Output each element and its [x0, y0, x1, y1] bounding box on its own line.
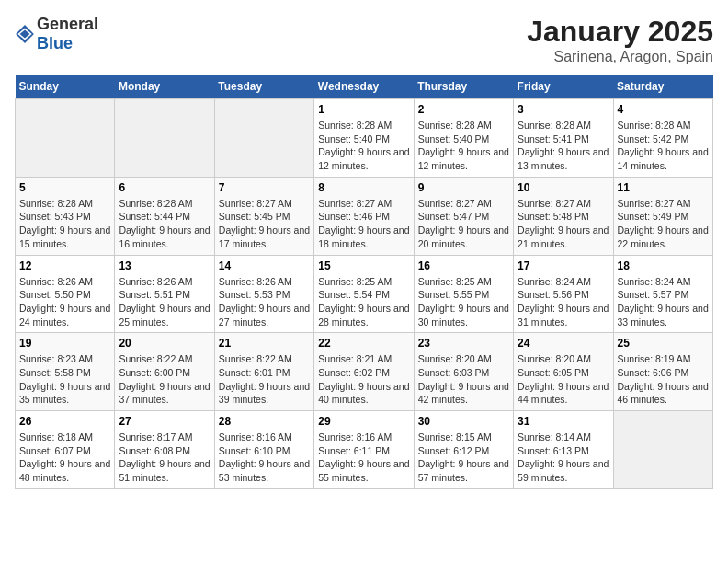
day-number: 22 — [318, 337, 409, 350]
weekday-wednesday: Wednesday — [314, 75, 414, 99]
day-cell: 28Sunrise: 8:16 AMSunset: 6:10 PMDayligh… — [214, 411, 313, 489]
day-cell: 26Sunrise: 8:18 AMSunset: 6:07 PMDayligh… — [16, 411, 115, 489]
day-cell: 16Sunrise: 8:25 AMSunset: 5:55 PMDayligh… — [414, 255, 513, 333]
logo: General Blue — [15, 15, 98, 53]
day-number: 2 — [418, 103, 509, 116]
week-row-5: 26Sunrise: 8:18 AMSunset: 6:07 PMDayligh… — [16, 411, 713, 489]
weekday-monday: Monday — [115, 75, 214, 99]
day-info: Sunrise: 8:28 AMSunset: 5:42 PMDaylight:… — [618, 119, 709, 173]
day-info: Sunrise: 8:19 AMSunset: 6:06 PMDaylight:… — [618, 352, 709, 407]
day-cell: 13Sunrise: 8:26 AMSunset: 5:51 PMDayligh… — [115, 255, 214, 333]
day-number: 10 — [518, 181, 609, 194]
weekday-saturday: Saturday — [613, 75, 712, 99]
day-cell: 11Sunrise: 8:27 AMSunset: 5:49 PMDayligh… — [613, 177, 712, 255]
day-number: 28 — [219, 415, 310, 428]
day-info: Sunrise: 8:22 AMSunset: 6:00 PMDaylight:… — [119, 352, 210, 407]
day-number: 25 — [618, 337, 709, 350]
day-number: 7 — [219, 181, 310, 194]
day-cell: 24Sunrise: 8:20 AMSunset: 6:05 PMDayligh… — [514, 333, 613, 411]
day-info: Sunrise: 8:27 AMSunset: 5:47 PMDaylight:… — [418, 197, 509, 251]
day-number: 9 — [418, 181, 509, 194]
day-info: Sunrise: 8:27 AMSunset: 5:49 PMDaylight:… — [618, 197, 709, 251]
day-cell: 8Sunrise: 8:27 AMSunset: 5:46 PMDaylight… — [314, 177, 414, 255]
calendar-table: SundayMondayTuesdayWednesdayThursdayFrid… — [15, 75, 713, 489]
day-info: Sunrise: 8:20 AMSunset: 6:05 PMDaylight:… — [518, 352, 609, 407]
logo-blue: Blue — [37, 34, 73, 52]
weekday-friday: Friday — [514, 75, 613, 99]
day-number: 15 — [318, 259, 409, 272]
day-cell: 25Sunrise: 8:19 AMSunset: 6:06 PMDayligh… — [613, 333, 712, 411]
day-cell: 5Sunrise: 8:28 AMSunset: 5:43 PMDaylight… — [16, 177, 115, 255]
day-cell: 9Sunrise: 8:27 AMSunset: 5:47 PMDaylight… — [414, 177, 513, 255]
day-cell: 17Sunrise: 8:24 AMSunset: 5:56 PMDayligh… — [514, 255, 613, 333]
day-info: Sunrise: 8:28 AMSunset: 5:43 PMDaylight:… — [19, 197, 110, 251]
day-cell: 14Sunrise: 8:26 AMSunset: 5:53 PMDayligh… — [214, 255, 313, 333]
day-info: Sunrise: 8:18 AMSunset: 6:07 PMDaylight:… — [19, 431, 110, 485]
day-info: Sunrise: 8:26 AMSunset: 5:51 PMDaylight:… — [119, 275, 210, 329]
day-info: Sunrise: 8:25 AMSunset: 5:55 PMDaylight:… — [418, 275, 509, 329]
day-info: Sunrise: 8:28 AMSunset: 5:40 PMDaylight:… — [418, 119, 509, 173]
day-cell: 29Sunrise: 8:16 AMSunset: 6:11 PMDayligh… — [314, 411, 414, 489]
day-info: Sunrise: 8:17 AMSunset: 6:08 PMDaylight:… — [119, 431, 210, 485]
weekday-thursday: Thursday — [414, 75, 513, 99]
day-info: Sunrise: 8:26 AMSunset: 5:53 PMDaylight:… — [219, 275, 310, 329]
day-cell: 12Sunrise: 8:26 AMSunset: 5:50 PMDayligh… — [16, 255, 115, 333]
day-info: Sunrise: 8:26 AMSunset: 5:50 PMDaylight:… — [19, 275, 110, 329]
day-cell: 15Sunrise: 8:25 AMSunset: 5:54 PMDayligh… — [314, 255, 414, 333]
day-cell: 20Sunrise: 8:22 AMSunset: 6:00 PMDayligh… — [115, 333, 214, 411]
day-info: Sunrise: 8:25 AMSunset: 5:54 PMDaylight:… — [318, 275, 409, 329]
day-cell: 22Sunrise: 8:21 AMSunset: 6:02 PMDayligh… — [314, 333, 414, 411]
day-number: 29 — [318, 415, 409, 428]
day-number: 31 — [518, 415, 609, 428]
day-cell: 3Sunrise: 8:28 AMSunset: 5:41 PMDaylight… — [514, 99, 613, 178]
day-number: 27 — [119, 415, 210, 428]
day-info: Sunrise: 8:24 AMSunset: 5:57 PMDaylight:… — [618, 275, 709, 329]
day-info: Sunrise: 8:23 AMSunset: 5:58 PMDaylight:… — [19, 352, 110, 407]
day-cell: 19Sunrise: 8:23 AMSunset: 5:58 PMDayligh… — [16, 333, 115, 411]
day-cell: 27Sunrise: 8:17 AMSunset: 6:08 PMDayligh… — [115, 411, 214, 489]
day-info: Sunrise: 8:27 AMSunset: 5:46 PMDaylight:… — [318, 197, 409, 251]
day-cell: 18Sunrise: 8:24 AMSunset: 5:57 PMDayligh… — [613, 255, 712, 333]
day-number: 4 — [618, 103, 709, 116]
day-info: Sunrise: 8:21 AMSunset: 6:02 PMDaylight:… — [318, 352, 409, 407]
day-info: Sunrise: 8:16 AMSunset: 6:10 PMDaylight:… — [219, 431, 310, 485]
day-cell: 1Sunrise: 8:28 AMSunset: 5:40 PMDaylight… — [314, 99, 414, 178]
day-cell: 30Sunrise: 8:15 AMSunset: 6:12 PMDayligh… — [414, 411, 513, 489]
day-cell: 6Sunrise: 8:28 AMSunset: 5:44 PMDaylight… — [115, 177, 214, 255]
logo-general: General — [37, 15, 98, 33]
day-number: 13 — [119, 259, 210, 272]
day-info: Sunrise: 8:14 AMSunset: 6:13 PMDaylight:… — [518, 431, 609, 485]
day-number: 18 — [618, 259, 709, 272]
day-number: 14 — [219, 259, 310, 272]
day-number: 20 — [119, 337, 210, 350]
day-number: 1 — [318, 103, 409, 116]
day-number: 24 — [518, 337, 609, 350]
title-area: January 2025 Sarinena, Aragon, Spain — [527, 15, 713, 65]
day-cell: 23Sunrise: 8:20 AMSunset: 6:03 PMDayligh… — [414, 333, 513, 411]
day-cell: 4Sunrise: 8:28 AMSunset: 5:42 PMDaylight… — [613, 99, 712, 178]
calendar-title: January 2025 — [527, 15, 713, 49]
day-number: 8 — [318, 181, 409, 194]
day-cell — [613, 411, 712, 489]
calendar-subtitle: Sarinena, Aragon, Spain — [527, 49, 713, 65]
day-number: 26 — [19, 415, 110, 428]
day-info: Sunrise: 8:20 AMSunset: 6:03 PMDaylight:… — [418, 352, 509, 407]
day-number: 6 — [119, 181, 210, 194]
day-cell: 2Sunrise: 8:28 AMSunset: 5:40 PMDaylight… — [414, 99, 513, 178]
day-number: 17 — [518, 259, 609, 272]
week-row-1: 1Sunrise: 8:28 AMSunset: 5:40 PMDaylight… — [16, 99, 713, 178]
day-info: Sunrise: 8:27 AMSunset: 5:48 PMDaylight:… — [518, 197, 609, 251]
day-info: Sunrise: 8:27 AMSunset: 5:45 PMDaylight:… — [219, 197, 310, 251]
day-number: 30 — [418, 415, 509, 428]
day-number: 3 — [518, 103, 609, 116]
logo-icon — [15, 24, 35, 44]
day-cell — [16, 99, 115, 178]
day-cell: 10Sunrise: 8:27 AMSunset: 5:48 PMDayligh… — [514, 177, 613, 255]
day-number: 21 — [219, 337, 310, 350]
weekday-tuesday: Tuesday — [214, 75, 313, 99]
weekday-sunday: Sunday — [16, 75, 115, 99]
week-row-3: 12Sunrise: 8:26 AMSunset: 5:50 PMDayligh… — [16, 255, 713, 333]
day-cell: 31Sunrise: 8:14 AMSunset: 6:13 PMDayligh… — [514, 411, 613, 489]
calendar-body: 1Sunrise: 8:28 AMSunset: 5:40 PMDaylight… — [16, 99, 713, 489]
day-info: Sunrise: 8:28 AMSunset: 5:44 PMDaylight:… — [119, 197, 210, 251]
